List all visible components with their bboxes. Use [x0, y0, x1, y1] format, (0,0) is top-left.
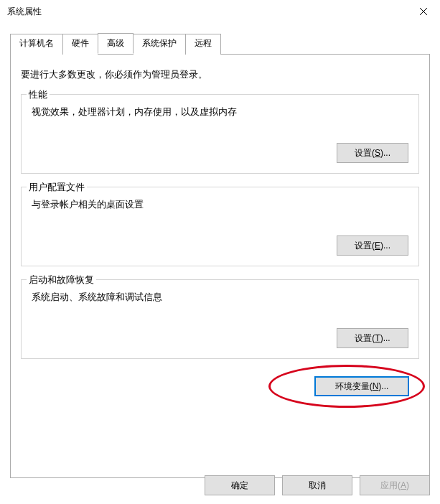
- ok-button[interactable]: 确定: [205, 475, 275, 495]
- startup-recovery-button-row: 设置(T)...: [32, 328, 408, 348]
- user-profiles-settings-button[interactable]: 设置(E)...: [337, 235, 408, 256]
- tab-computer-name[interactable]: 计算机名: [10, 34, 63, 55]
- startup-recovery-settings-button[interactable]: 设置(T)...: [337, 328, 408, 348]
- admin-intro-text: 要进行大多数更改，你必须作为管理员登录。: [21, 69, 419, 81]
- user-profiles-legend: 用户配置文件: [27, 182, 87, 194]
- performance-button-row: 设置(S)...: [32, 143, 408, 163]
- content-area: 计算机名 硬件 高级 系统保护 远程 要进行大多数更改，你必须作为管理员登录。 …: [0, 23, 440, 482]
- startup-recovery-desc: 系统启动、系统故障和调试信息: [32, 291, 408, 304]
- performance-settings-button[interactable]: 设置(S)...: [337, 143, 408, 163]
- performance-desc: 视觉效果，处理器计划，内存使用，以及虚拟内存: [32, 106, 408, 118]
- cancel-button[interactable]: 取消: [282, 475, 352, 495]
- startup-recovery-legend: 启动和故障恢复: [27, 274, 96, 286]
- tab-content-advanced: 要进行大多数更改，你必须作为管理员登录。 性能 视觉效果，处理器计划，内存使用，…: [10, 55, 430, 478]
- close-button[interactable]: [407, 0, 440, 23]
- performance-fieldset: 性能 视觉效果，处理器计划，内存使用，以及虚拟内存 设置(S)...: [21, 94, 419, 174]
- tab-remote[interactable]: 远程: [185, 34, 221, 55]
- env-vars-row: 环境变量(N)...: [21, 376, 419, 396]
- tab-strip: 计算机名 硬件 高级 系统保护 远程: [10, 33, 430, 55]
- tab-advanced[interactable]: 高级: [98, 33, 134, 54]
- dialog-button-row: 确定 取消 应用(A): [205, 475, 430, 495]
- performance-legend: 性能: [27, 89, 50, 101]
- apply-button[interactable]: 应用(A): [360, 475, 430, 495]
- user-profiles-button-row: 设置(E)...: [32, 235, 408, 256]
- titlebar: 系统属性: [0, 0, 440, 23]
- tab-hardware[interactable]: 硬件: [62, 34, 98, 55]
- user-profiles-fieldset: 用户配置文件 与登录帐户相关的桌面设置 设置(E)...: [21, 187, 419, 266]
- startup-recovery-fieldset: 启动和故障恢复 系统启动、系统故障和调试信息 设置(T)...: [21, 279, 419, 359]
- user-profiles-desc: 与登录帐户相关的桌面设置: [32, 199, 408, 211]
- window-title: 系统属性: [7, 6, 42, 18]
- tab-system-protection[interactable]: 系统保护: [133, 34, 186, 55]
- environment-variables-button[interactable]: 环境变量(N)...: [314, 376, 409, 396]
- close-icon: [420, 8, 427, 15]
